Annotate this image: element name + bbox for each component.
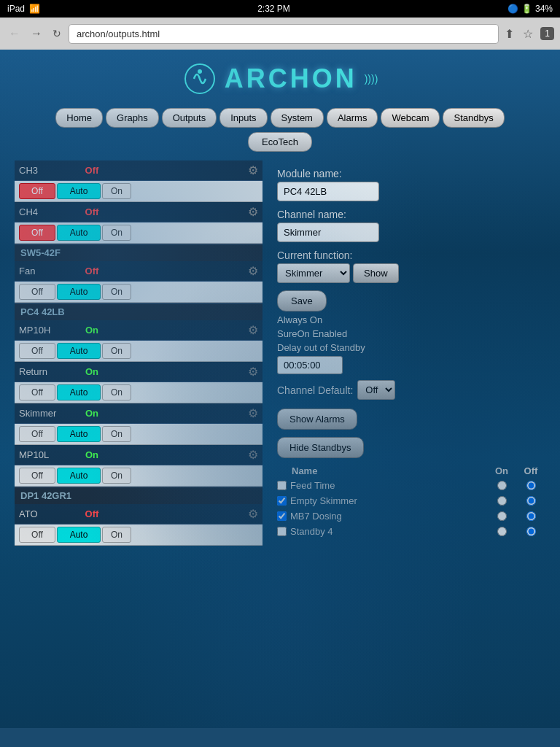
tab-count[interactable]: 1	[540, 27, 554, 40]
section-dp1: DP1 42GR1	[15, 487, 262, 504]
delay-value-input[interactable]	[277, 356, 343, 374]
section-pc4: PC4 42LB	[15, 303, 262, 320]
ato-on-button[interactable]: On	[102, 527, 131, 543]
skimmer-auto-button[interactable]: Auto	[57, 426, 101, 442]
fan-auto-button[interactable]: Auto	[57, 284, 101, 300]
ch4-gear-icon[interactable]: ⚙	[248, 205, 258, 219]
return-gear-icon[interactable]: ⚙	[248, 365, 258, 379]
standby-table-header: Name On Off	[277, 464, 545, 478]
hide-standbys-button[interactable]: Hide Standbys	[277, 437, 364, 458]
ch4-on-button[interactable]: On	[102, 225, 131, 241]
forward-button[interactable]: →	[28, 24, 45, 43]
emptyskimmer-checkbox[interactable]	[277, 496, 287, 506]
mb7dosing-radio-on[interactable]	[497, 511, 507, 521]
toggle-row-ch3: Off Auto On	[15, 181, 262, 202]
nav-standbys[interactable]: Standbys	[443, 108, 504, 128]
mp10h-off-button[interactable]: Off	[19, 343, 55, 359]
ato-auto-button[interactable]: Auto	[57, 527, 101, 543]
nav-graphs[interactable]: Graphs	[106, 108, 159, 128]
emptyskimmer-radio-off[interactable]	[526, 496, 536, 506]
channel-name-label: Channel name:	[277, 209, 545, 220]
nav-system[interactable]: System	[271, 108, 324, 128]
return-on-button[interactable]: On	[102, 384, 131, 400]
return-label: Return	[19, 366, 77, 377]
standby-table: Name On Off Feed Time Empty Skimmer	[277, 464, 545, 539]
mp10l-auto-button[interactable]: Auto	[57, 468, 101, 484]
ch3-auto-button[interactable]: Auto	[57, 183, 101, 199]
nav-ecotech[interactable]: EcoTech	[248, 132, 312, 152]
show-function-button[interactable]: Show	[353, 263, 399, 283]
mb7dosing-radio-off[interactable]	[526, 511, 536, 521]
bookmark-button[interactable]: ☆	[521, 26, 534, 42]
ch4-auto-button[interactable]: Auto	[57, 225, 101, 241]
channel-default-select[interactable]: Off On	[357, 380, 395, 400]
reload-button[interactable]: ↻	[50, 25, 64, 42]
toggle-row-mp10h: Off Auto On	[15, 341, 262, 362]
toggle-row-skimmer: Off Auto On	[15, 424, 262, 445]
return-status: On	[77, 366, 106, 377]
ato-off-button[interactable]: Off	[19, 527, 55, 543]
toggle-row-mp10l: Off Auto On	[15, 465, 262, 487]
return-off-button[interactable]: Off	[19, 384, 55, 400]
skimmer-on-button[interactable]: On	[102, 426, 131, 442]
nav-home[interactable]: Home	[55, 108, 103, 128]
skimmer-gear-icon[interactable]: ⚙	[248, 406, 258, 420]
toggle-row-ato: Off Auto On	[15, 525, 262, 546]
mb7dosing-checkbox[interactable]	[277, 511, 287, 521]
channel-row-ato: ATO Off ⚙	[15, 504, 262, 525]
function-select[interactable]: Skimmer	[277, 263, 350, 283]
nav-webcam[interactable]: Webcam	[381, 108, 440, 128]
channel-name-input[interactable]	[277, 222, 379, 242]
nav-inputs[interactable]: Inputs	[219, 108, 267, 128]
ato-status: Off	[77, 508, 106, 519]
mp10h-auto-button[interactable]: Auto	[57, 343, 101, 359]
standby-item-emptyskimmer: Empty Skimmer	[277, 493, 545, 508]
channel-row-skimmer: Skimmer On ⚙	[15, 403, 262, 424]
always-on-text: Always On	[277, 314, 545, 325]
nav-alarms[interactable]: Alarms	[327, 108, 378, 128]
emptyskimmer-radio-on[interactable]	[497, 496, 507, 506]
toggle-row-ch4: Off Auto On	[15, 222, 262, 244]
channel-row-ch3: CH3 Off ⚙	[15, 160, 262, 181]
ch4-off-button[interactable]: Off	[19, 225, 55, 241]
feedtime-radio-off[interactable]	[526, 481, 536, 490]
ato-gear-icon[interactable]: ⚙	[248, 507, 258, 521]
current-function-label: Current function:	[277, 249, 545, 261]
back-button[interactable]: ←	[6, 24, 23, 43]
standby4-checkbox[interactable]	[277, 527, 287, 536]
show-alarms-button[interactable]: Show Alarms	[277, 409, 357, 430]
feedtime-checkbox[interactable]	[277, 481, 287, 490]
standby4-name: Standby 4	[290, 526, 487, 537]
ch3-gear-icon[interactable]: ⚙	[248, 163, 258, 177]
feedtime-radio-on[interactable]	[497, 481, 507, 490]
mp10l-gear-icon[interactable]: ⚙	[248, 448, 258, 462]
nav-bar: Home Graphs Outputs Inputs System Alarms…	[0, 108, 560, 128]
status-bar: iPad 📶 2:32 PM 🔵 🔋 34%	[0, 0, 560, 18]
skimmer-label: Skimmer	[19, 408, 77, 419]
ato-label: ATO	[19, 508, 77, 519]
standby4-radio-on[interactable]	[497, 527, 507, 536]
url-bar[interactable]	[69, 24, 499, 44]
toggle-row-return: Off Auto On	[15, 382, 262, 403]
svg-point-1	[198, 69, 202, 74]
mp10h-on-button[interactable]: On	[102, 343, 131, 359]
skimmer-off-button[interactable]: Off	[19, 426, 55, 442]
fan-on-button[interactable]: On	[102, 284, 131, 300]
mp10h-label: MP10H	[19, 325, 77, 336]
share-button[interactable]: ⬆	[503, 26, 516, 42]
module-name-input[interactable]	[277, 182, 379, 201]
browser-bar: ← → ↻ ⬆ ☆ 1	[0, 18, 560, 50]
ch3-off-button[interactable]: Off	[19, 183, 55, 199]
save-button[interactable]: Save	[277, 290, 327, 311]
return-auto-button[interactable]: Auto	[57, 384, 101, 400]
nav-outputs[interactable]: Outputs	[162, 108, 217, 128]
fan-off-button[interactable]: Off	[19, 284, 55, 300]
standby4-radio-off[interactable]	[526, 527, 536, 536]
mp10l-off-button[interactable]: Off	[19, 468, 55, 484]
mp10l-on-button[interactable]: On	[102, 468, 131, 484]
time-display: 2:32 PM	[257, 4, 290, 14]
mp10h-gear-icon[interactable]: ⚙	[248, 323, 258, 337]
fan-gear-icon[interactable]: ⚙	[248, 264, 258, 278]
ch3-on-button[interactable]: On	[102, 183, 131, 199]
channel-default-label: Channel Default:	[277, 384, 353, 396]
